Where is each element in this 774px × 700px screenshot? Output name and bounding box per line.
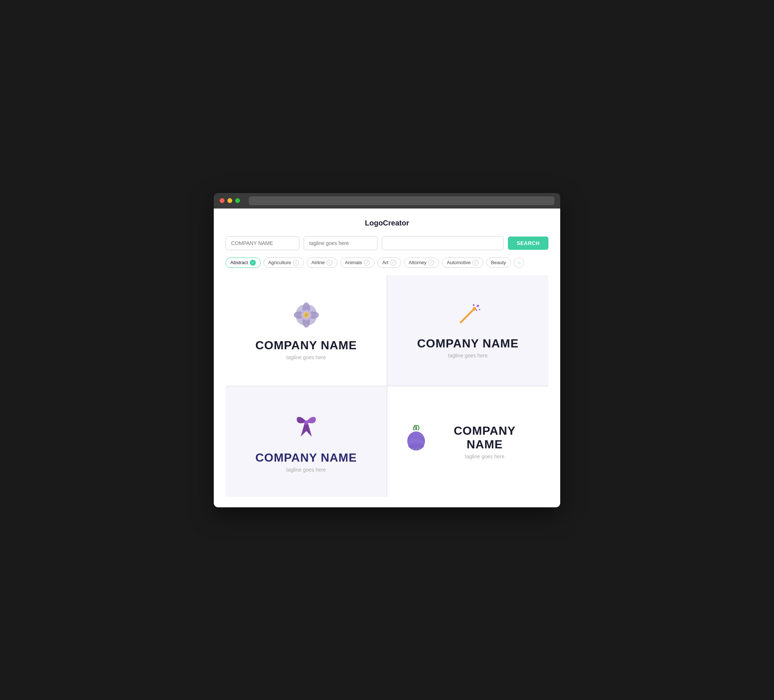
filter-label-art: Art <box>382 260 389 265</box>
logo4-text-group: COMPANY NAME tagline goes here <box>436 424 534 459</box>
close-button[interactable] <box>220 198 225 203</box>
logo1-tagline: tagline goes here <box>286 355 326 360</box>
filter-chip-animals[interactable]: Animals ✓ <box>340 258 374 268</box>
logo3-company-name: COMPANY NAME <box>255 451 357 465</box>
filter-chip-attorney[interactable]: Attorney ✓ <box>404 258 439 268</box>
svg-point-10 <box>304 313 308 317</box>
minimize-button[interactable] <box>227 198 232 203</box>
filter-label-agriculture: Agriculture <box>268 260 291 265</box>
logo4-tagline: tagline goes here <box>436 454 534 459</box>
logo3-tagline: tagline goes here <box>286 467 326 473</box>
filter-label-abstract: Abstract <box>230 260 248 265</box>
filter-chip-agriculture[interactable]: Agriculture ✓ <box>263 258 304 268</box>
check-icon-animals: ✓ <box>364 260 370 266</box>
filter-label-animals: Animals <box>345 260 362 265</box>
logo2-tagline: tagline goes here <box>448 353 488 358</box>
filter-next-button[interactable]: → <box>514 258 524 268</box>
filter-chip-automotive[interactable]: Automotive ✓ <box>442 258 483 268</box>
filter-chip-art[interactable]: Art ✓ <box>377 258 401 268</box>
check-icon-agriculture: ✓ <box>293 260 299 266</box>
logo-card-3[interactable]: COMPANY NAME tagline goes here <box>226 386 387 497</box>
svg-point-15 <box>473 304 475 306</box>
filter-label-airline: Airline <box>311 260 325 265</box>
search-bar: SEARCH <box>226 236 548 250</box>
check-icon-airline: ✓ <box>327 260 332 266</box>
logo-card-1[interactable]: COMPANY NAME tagline goes here <box>226 275 387 386</box>
search-button[interactable]: SEARCH <box>508 236 548 250</box>
filter-label-attorney: Attorney <box>409 260 427 265</box>
tagline-input[interactable] <box>304 236 377 250</box>
logo-card-2[interactable]: ✦ COMPANY NAME tagline goes here <box>387 275 548 386</box>
filter-label-beauty: Beauty <box>491 260 506 265</box>
check-icon-automotive: ✓ <box>473 260 478 266</box>
svg-text:✦: ✦ <box>476 305 478 308</box>
wand-icon: ✦ <box>455 302 481 329</box>
check-icon-art: ✓ <box>390 260 396 266</box>
filter-chip-abstract[interactable]: Abstract ✓ <box>226 258 261 268</box>
svg-line-11 <box>461 309 474 322</box>
logo1-company-name: COMPANY NAME <box>255 338 357 352</box>
browser-titlebar <box>214 193 560 208</box>
logo-grid: COMPANY NAME tagline goes here <box>226 275 548 497</box>
address-bar[interactable] <box>249 196 554 205</box>
logo-card-4[interactable]: COMPANY NAME tagline goes here <box>387 386 548 497</box>
ribbon-icon <box>293 411 319 444</box>
app-container: LogoCreator SEARCH Abstract ✓ Agricultur… <box>214 208 560 507</box>
filter-chip-beauty[interactable]: Beauty <box>486 258 511 267</box>
arrow-right-icon: → <box>516 260 521 266</box>
app-title: LogoCreator <box>226 219 548 227</box>
check-icon-abstract: ✓ <box>250 260 256 266</box>
filter-chip-airline[interactable]: Airline ✓ <box>307 258 337 268</box>
flower-icon <box>291 300 321 331</box>
svg-point-16 <box>479 309 480 310</box>
logo4-company-name: COMPANY NAME <box>436 424 534 451</box>
svg-point-14 <box>476 309 477 311</box>
filter-bar: Abstract ✓ Agriculture ✓ Airline ✓ Anima… <box>226 258 548 268</box>
browser-window: LogoCreator SEARCH Abstract ✓ Agricultur… <box>214 193 560 507</box>
svg-point-18 <box>304 420 309 425</box>
logo2-company-name: COMPANY NAME <box>417 337 519 350</box>
filter-label-automotive: Automotive <box>447 260 471 265</box>
check-icon-attorney: ✓ <box>428 260 434 266</box>
company-name-input[interactable] <box>226 236 299 250</box>
onion-icon <box>402 423 430 452</box>
keyword-input[interactable] <box>382 236 503 250</box>
maximize-button[interactable] <box>235 198 240 203</box>
